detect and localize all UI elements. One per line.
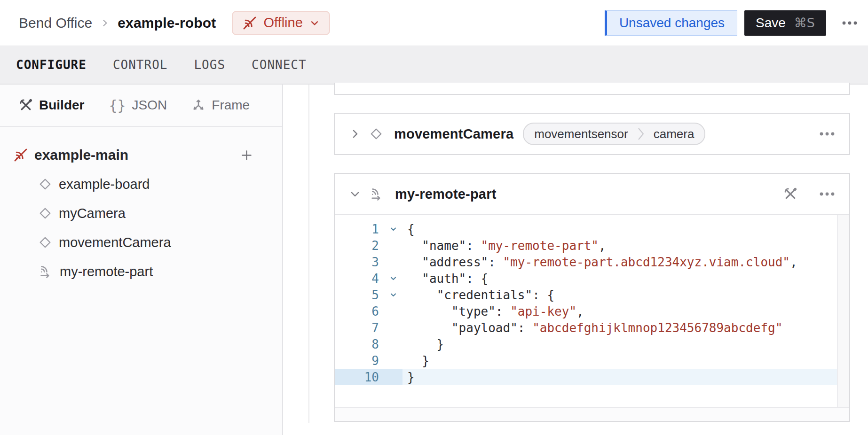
card-partial-scrolled <box>334 83 850 95</box>
code-text: } <box>402 337 444 351</box>
braces-icon: {} <box>109 97 126 114</box>
machine-status-dropdown[interactable]: Offline <box>232 11 330 35</box>
sidebar-item-example-main[interactable]: example-main <box>0 143 282 167</box>
unsaved-changes-badge[interactable]: Unsaved changes <box>605 10 737 36</box>
viam-app-window: Bend Office example-robot Offline Unsave… <box>0 0 868 435</box>
line-number: 10 <box>335 370 384 384</box>
code-text: } <box>402 354 429 368</box>
tab-bar: CONFIGURECONTROLLOGSCONNECT <box>0 46 868 85</box>
code-line: 10} <box>335 369 849 385</box>
component-card-movementcamera: movementCamera movementsensorcamera <box>334 113 850 155</box>
config-mode-builder[interactable]: Builder <box>19 98 84 113</box>
header-overflow-menu[interactable] <box>839 16 860 30</box>
line-gutter: 6 <box>335 303 402 319</box>
remote-card-header: my-remote-part <box>335 174 849 215</box>
config-mode-switcher: Builder{}JSONFrame <box>0 85 282 127</box>
code-text: "payload": "abcdefghijklmnop123456789abc… <box>402 321 782 335</box>
fold-toggle-icon[interactable] <box>384 274 402 282</box>
code-text: } <box>402 370 415 384</box>
line-number: 1 <box>335 222 384 236</box>
app-header: Bend Office example-robot Offline Unsave… <box>0 0 868 46</box>
code-line: 4 "auth": { <box>335 270 849 287</box>
breadcrumb-location[interactable]: Bend Office <box>19 15 92 31</box>
chevron-down-icon <box>309 18 320 28</box>
config-mode-label: JSON <box>132 98 167 113</box>
tools-icon <box>19 98 33 112</box>
line-number: 3 <box>335 255 384 269</box>
code-line: 3 "address": "my-remote-part.abcd1234xyz… <box>335 254 849 270</box>
breadcrumb-chevron-icon <box>100 18 110 28</box>
config-mode-label: Builder <box>39 98 84 113</box>
code-text: "credentials": { <box>402 288 554 302</box>
save-label: Save <box>756 16 786 31</box>
frame-icon <box>191 98 205 112</box>
sidebar-item-example-board[interactable]: example-board <box>0 172 282 196</box>
part-name: example-main <box>34 147 128 163</box>
code-line: 9 } <box>335 352 849 369</box>
config-mode-json[interactable]: {}JSON <box>109 97 167 114</box>
tab-control[interactable]: CONTROL <box>113 58 168 72</box>
fold-toggle-icon[interactable] <box>384 225 402 233</box>
builder-mode-button[interactable] <box>781 185 799 203</box>
tab-connect[interactable]: CONNECT <box>252 58 307 72</box>
save-button[interactable]: Save ⌘S <box>744 10 826 36</box>
machine-part-tree: example-main example-boardmyCameramoveme… <box>0 143 282 283</box>
add-component-button[interactable] <box>238 147 255 163</box>
component-diamond-icon <box>370 127 383 140</box>
unsaved-changes-label: Unsaved changes <box>619 16 725 31</box>
expand-card-button[interactable] <box>349 128 365 140</box>
sidebar-item-my-remote-part[interactable]: my-remote-part <box>0 260 282 283</box>
line-number: 7 <box>335 321 384 335</box>
code-text: "type": "api-key", <box>402 304 584 318</box>
line-gutter: 3 <box>335 254 402 270</box>
remote-part-card-my-remote-part: my-remote-part 1{2 "name": "my-remote-pa… <box>334 173 850 422</box>
part-label: movementCamera <box>59 235 171 250</box>
editor-scrollbar[interactable] <box>837 215 849 407</box>
code-line: 7 "payload": "abcdefghijklmnop123456789a… <box>335 319 849 336</box>
component-type-tags: movementsensorcamera <box>523 123 705 145</box>
component-diamond-icon <box>39 178 52 191</box>
save-shortcut: ⌘S <box>794 16 815 30</box>
wifi-off-icon <box>242 16 257 31</box>
sidebar-item-mycamera[interactable]: myCamera <box>0 202 282 225</box>
tag-movementsensor: movementsensor <box>525 127 637 141</box>
line-gutter: 1 <box>335 221 402 237</box>
status-label: Offline <box>264 15 303 31</box>
breadcrumb-robot-name: example-robot <box>118 15 216 31</box>
code-text: { <box>402 222 415 236</box>
part-label: example-board <box>59 177 150 192</box>
line-gutter: 9 <box>335 352 402 369</box>
component-menu-button[interactable] <box>817 127 837 141</box>
tab-configure[interactable]: CONFIGURE <box>16 58 87 72</box>
code-line: 1{ <box>335 221 849 237</box>
main-content: movementCamera movementsensorcamera my-r… <box>283 85 868 435</box>
tag-camera: camera <box>644 127 704 141</box>
line-number: 9 <box>335 354 384 368</box>
remote-signal-icon <box>39 264 53 279</box>
remote-card-footer <box>335 407 849 421</box>
line-number: 6 <box>335 304 384 318</box>
line-gutter: 4 <box>335 270 402 287</box>
remote-menu-button[interactable] <box>817 187 837 201</box>
remote-signal-icon <box>370 187 384 201</box>
code-line: 6 "type": "api-key", <box>335 303 849 319</box>
fold-toggle-icon[interactable] <box>384 291 402 299</box>
config-mode-label: Frame <box>212 98 250 113</box>
line-gutter: 2 <box>335 237 402 254</box>
tab-logs[interactable]: LOGS <box>194 58 225 72</box>
code-line: 5 "credentials": { <box>335 287 849 303</box>
json-code-editor[interactable]: 1{2 "name": "my-remote-part",3 "address"… <box>335 215 849 407</box>
remote-title: my-remote-part <box>395 186 497 202</box>
collapse-card-button[interactable] <box>349 188 365 200</box>
line-number: 5 <box>335 288 384 302</box>
line-gutter: 5 <box>335 287 402 303</box>
code-line: 8 } <box>335 336 849 352</box>
component-card-header: movementCamera movementsensorcamera <box>335 114 849 154</box>
line-number: 8 <box>335 337 384 351</box>
config-mode-frame[interactable]: Frame <box>191 98 250 113</box>
code-text: "auth": { <box>402 272 488 286</box>
sidebar-item-movementcamera[interactable]: movementCamera <box>0 231 282 254</box>
component-diamond-icon <box>39 207 52 220</box>
component-title: movementCamera <box>394 126 513 142</box>
line-number: 2 <box>335 239 384 253</box>
